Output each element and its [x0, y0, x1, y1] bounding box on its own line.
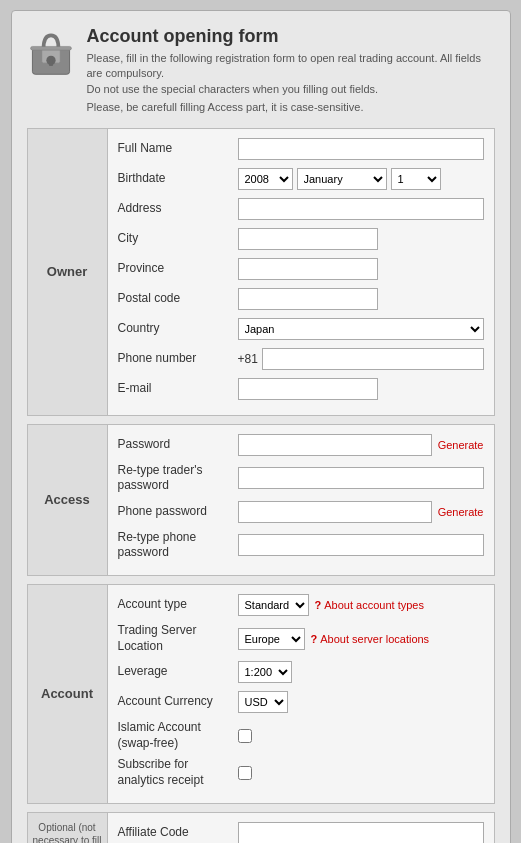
phone-label: Phone number — [118, 351, 238, 367]
phone-row: Phone number +81 — [118, 347, 484, 371]
province-control — [238, 258, 484, 280]
affiliate-code-row: Affiliate Code — [118, 821, 484, 844]
trading-server-group: Europe Asia America About server locatio… — [238, 628, 484, 650]
retype-phone-password-control — [238, 534, 484, 556]
country-label: Country — [118, 321, 238, 337]
islamic-account-control — [238, 729, 484, 743]
birthdate-year-select[interactable]: 2008200720062005 20001995199019851980 — [238, 168, 293, 190]
affiliate-code-control — [238, 822, 484, 844]
access-section-content: Password Generate Re-type trader's passw… — [108, 425, 494, 575]
birthdate-row: Birthdate 2008200720062005 2000199519901… — [118, 167, 484, 191]
account-type-row: Account type Standard Micro ECN About ac… — [118, 593, 484, 617]
country-control: Japan United States United Kingdom Germa… — [238, 318, 484, 340]
password-control: Generate — [238, 434, 484, 456]
email-label: E-mail — [118, 381, 238, 397]
account-type-select[interactable]: Standard Micro ECN — [238, 594, 309, 616]
password-input-group: Generate — [238, 434, 484, 456]
subscribe-row: Subscribe for analytics receipt — [118, 757, 484, 788]
email-row: E-mail — [118, 377, 484, 401]
optional-section-label: Optional (not necessary to fill in) — [28, 813, 108, 844]
birthdate-day-select[interactable]: 12345 678910 152025283031 — [391, 168, 441, 190]
trading-server-row: Trading Server Location Europe Asia Amer… — [118, 623, 484, 654]
province-input[interactable] — [238, 258, 378, 280]
about-account-types-link[interactable]: About account types — [315, 599, 424, 611]
full-name-control — [238, 138, 484, 160]
city-input[interactable] — [238, 228, 378, 250]
account-type-control: Standard Micro ECN About account types — [238, 594, 484, 616]
warning-sub-text: Please, be carefull filling Access part,… — [87, 100, 495, 115]
subscribe-checkbox[interactable] — [238, 766, 252, 780]
warning-text: Do not use the special characters when y… — [87, 82, 495, 97]
phone-input[interactable] — [262, 348, 484, 370]
birthdate-month-select[interactable]: JanuaryFebruaryMarchApril MayJuneJulyAug… — [297, 168, 387, 190]
account-currency-row: Account Currency USD EUR GBP JPY — [118, 690, 484, 714]
header-text: Account opening form Please, fill in the… — [87, 26, 495, 116]
page-container: Account opening form Please, fill in the… — [11, 10, 511, 843]
account-currency-label: Account Currency — [118, 694, 238, 710]
account-section: Account Account type Standard Micro ECN … — [27, 584, 495, 804]
subscribe-control — [238, 766, 484, 780]
city-label: City — [118, 231, 238, 247]
leverage-control: 1:200 1:100 1:50 1:25 1:10 1:5 1:2 1:1 — [238, 661, 484, 683]
full-name-label: Full Name — [118, 141, 238, 157]
postal-code-input[interactable] — [238, 288, 378, 310]
header: Account opening form Please, fill in the… — [27, 26, 495, 116]
svg-rect-4 — [30, 46, 71, 50]
password-row: Password Generate — [118, 433, 484, 457]
islamic-account-checkbox[interactable] — [238, 729, 252, 743]
account-type-group: Standard Micro ECN About account types — [238, 594, 484, 616]
postal-code-control — [238, 288, 484, 310]
owner-section-content: Full Name Birthdate 2008200720062005 200… — [108, 129, 494, 415]
birthdate-selects: 2008200720062005 20001995199019851980 Ja… — [238, 168, 484, 190]
generate-phone-password-link[interactable]: Generate — [438, 506, 484, 518]
email-input[interactable] — [238, 378, 378, 400]
retype-password-row: Re-type trader's password — [118, 463, 484, 494]
phone-password-input-group: Generate — [238, 501, 484, 523]
full-name-row: Full Name — [118, 137, 484, 161]
retype-phone-password-input[interactable] — [238, 534, 484, 556]
retype-phone-password-row: Re-type phone password — [118, 530, 484, 561]
postal-code-label: Postal code — [118, 291, 238, 307]
affiliate-code-label: Affiliate Code — [118, 825, 238, 841]
retype-password-label: Re-type trader's password — [118, 463, 238, 494]
generate-password-link[interactable]: Generate — [438, 439, 484, 451]
birthdate-control: 2008200720062005 20001995199019851980 Ja… — [238, 168, 484, 190]
country-select[interactable]: Japan United States United Kingdom Germa… — [238, 318, 484, 340]
retype-phone-password-label: Re-type phone password — [118, 530, 238, 561]
password-input[interactable] — [238, 434, 432, 456]
retype-password-input[interactable] — [238, 467, 484, 489]
province-label: Province — [118, 261, 238, 277]
leverage-label: Leverage — [118, 664, 238, 680]
islamic-checkbox-row — [238, 729, 484, 743]
email-control — [238, 378, 484, 400]
optional-section: Optional (not necessary to fill in) Affi… — [27, 812, 495, 844]
address-input[interactable] — [238, 198, 484, 220]
leverage-select[interactable]: 1:200 1:100 1:50 1:25 1:10 1:5 1:2 1:1 — [238, 661, 292, 683]
phone-control: +81 — [238, 348, 484, 370]
about-server-locations-link[interactable]: About server locations — [311, 633, 430, 645]
access-section-label: Access — [28, 425, 108, 575]
owner-section-label: Owner — [28, 129, 108, 415]
affiliate-code-input[interactable] — [238, 822, 484, 844]
phone-prefix-text: +81 — [238, 352, 258, 366]
trading-server-label: Trading Server Location — [118, 623, 238, 654]
islamic-account-row: Islamic Account (swap-free) — [118, 720, 484, 751]
province-row: Province — [118, 257, 484, 281]
optional-section-content: Affiliate Code — [108, 813, 494, 844]
account-section-label: Account — [28, 585, 108, 803]
leverage-row: Leverage 1:200 1:100 1:50 1:25 1:10 1:5 … — [118, 660, 484, 684]
trading-server-select[interactable]: Europe Asia America — [238, 628, 305, 650]
city-row: City — [118, 227, 484, 251]
phone-password-input[interactable] — [238, 501, 432, 523]
full-name-input[interactable] — [238, 138, 484, 160]
phone-password-control: Generate — [238, 501, 484, 523]
password-label: Password — [118, 437, 238, 453]
access-section: Access Password Generate Re-type trader'… — [27, 424, 495, 576]
owner-section: Owner Full Name Birthdate 20082007200620… — [27, 128, 495, 416]
subscribe-label: Subscribe for analytics receipt — [118, 757, 238, 788]
header-description: Please, fill in the following registrati… — [87, 51, 495, 82]
address-row: Address — [118, 197, 484, 221]
account-currency-select[interactable]: USD EUR GBP JPY — [238, 691, 288, 713]
phone-password-label: Phone password — [118, 504, 238, 520]
subscribe-checkbox-row — [238, 766, 484, 780]
